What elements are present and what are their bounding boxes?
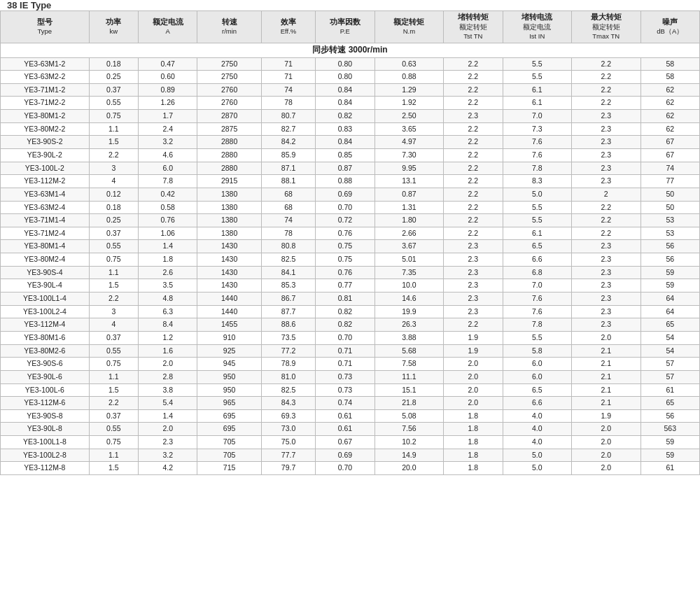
- page-header: 38 IE Type: [0, 0, 700, 10]
- table-row: YE3-100L1-42.24.8144086.70.8114.62.37.62…: [1, 293, 700, 306]
- table-row: YE3-63M1-20.180.472750710.800.632.25.52.…: [1, 57, 700, 71]
- table-row: YE3-100L1-80.752.370575.00.6710.21.84.02…: [1, 436, 700, 449]
- col-rpm: 转速r/min: [197, 11, 261, 43]
- table-row: YE3-90L-41.53.5143085.30.7710.02.37.02.3…: [1, 279, 700, 293]
- col-ist: 堵转电流额定电流Ist IN: [503, 11, 571, 43]
- table-row: YE3-80M1-60.371.291073.50.703.881.95.52.…: [1, 331, 700, 344]
- table-row: YE3-112M-247.8291588.10.8813.12.28.32.37…: [1, 175, 700, 188]
- table-row: YE3-71M2-40.371.061380780.762.662.26.12.…: [1, 227, 700, 240]
- table-row: YE3-112M-81.54.271579.70.7020.01.85.02.0…: [1, 462, 700, 475]
- page-title: 38 IE Type: [0, 0, 58, 15]
- col-eff: 效率Eff.%: [261, 11, 315, 43]
- table-body: 同步转速 3000r/minYE3-63M1-20.180.472750710.…: [1, 43, 700, 474]
- table-row: YE3-80M1-20.751.7287080.70.822.502.37.02…: [1, 110, 700, 123]
- section-3000: 同步转速 3000r/min: [1, 43, 700, 57]
- table-row: YE3-80M2-60.551.692577.20.715.681.95.82.…: [1, 344, 700, 358]
- table-row: YE3-63M2-20.250.602750710.800.882.25.52.…: [1, 71, 700, 84]
- col-nm: 额定转矩N.m: [374, 11, 443, 43]
- table-row: YE3-90S-21.53.2288084.20.844.972.27.62.3…: [1, 136, 700, 149]
- table-row: YE3-100L2-436.3144087.70.8219.92.37.62.3…: [1, 305, 700, 318]
- table-row: YE3-100L-61.53.895082.50.7315.12.06.52.1…: [1, 383, 700, 397]
- table-row: YE3-63M2-40.180.581380680.701.312.25.52.…: [1, 201, 700, 214]
- col-kw: 功率kw: [89, 11, 138, 43]
- column-headers: 型号Type 功率kw 额定电流A 转速r/min 效率Eff.% 功率因数P.…: [1, 11, 700, 43]
- table-row: YE3-100L2-81.13.270577.70.6914.91.85.02.…: [1, 449, 700, 462]
- table-row: YE3-71M1-40.250.761380740.721.802.25.52.…: [1, 214, 700, 227]
- table-row: YE3-90L-80.552.069573.00.617.561.84.02.0…: [1, 423, 700, 436]
- table-row: YE3-90S-41.12.6143084.10.767.352.36.82.3…: [1, 266, 700, 279]
- table-row: YE3-112M-448.4145588.60.8226.32.27.82.36…: [1, 318, 700, 332]
- table-row: YE3-80M2-40.751.8143082.50.755.012.36.62…: [1, 253, 700, 267]
- table-row: YE3-80M1-40.551.4143080.80.753.672.36.52…: [1, 240, 700, 253]
- col-a: 额定电流A: [138, 11, 197, 43]
- motor-specs-table: 型号Type 功率kw 额定电流A 转速r/min 效率Eff.% 功率因数P.…: [0, 10, 700, 475]
- col-pf: 功率因数P.E: [316, 11, 374, 43]
- col-type: 型号Type: [1, 11, 90, 43]
- col-tst: 堵转转矩额定转矩Tst TN: [444, 11, 503, 43]
- table-row: YE3-112M-62.25.496584.30.7421.82.06.62.1…: [1, 397, 700, 410]
- col-db: 噪声dB（A）: [640, 11, 700, 43]
- table-row: YE3-80M2-21.12.4287582.70.833.652.27.32.…: [1, 122, 700, 136]
- table-row: YE3-100L-236.0288087.10.879.952.27.82.37…: [1, 162, 700, 175]
- table-row: YE3-90S-80.371.469569.30.615.081.84.01.9…: [1, 409, 700, 423]
- table-row: YE3-90L-61.12.895081.00.7311.12.06.02.15…: [1, 370, 700, 383]
- col-tmax: 最大转矩额定转矩Tmax TN: [572, 11, 640, 43]
- table-row: YE3-71M1-20.370.892760740.841.292.26.12.…: [1, 83, 700, 97]
- table-row: YE3-71M2-20.551.262760780.841.922.26.12.…: [1, 97, 700, 110]
- table-row: YE3-90S-60.752.094578.90.717.582.06.02.1…: [1, 358, 700, 371]
- table-row: YE3-63M1-40.120.421380680.690.872.25.025…: [1, 188, 700, 201]
- table-row: YE3-90L-22.24.6288085.90.857.302.27.62.3…: [1, 149, 700, 162]
